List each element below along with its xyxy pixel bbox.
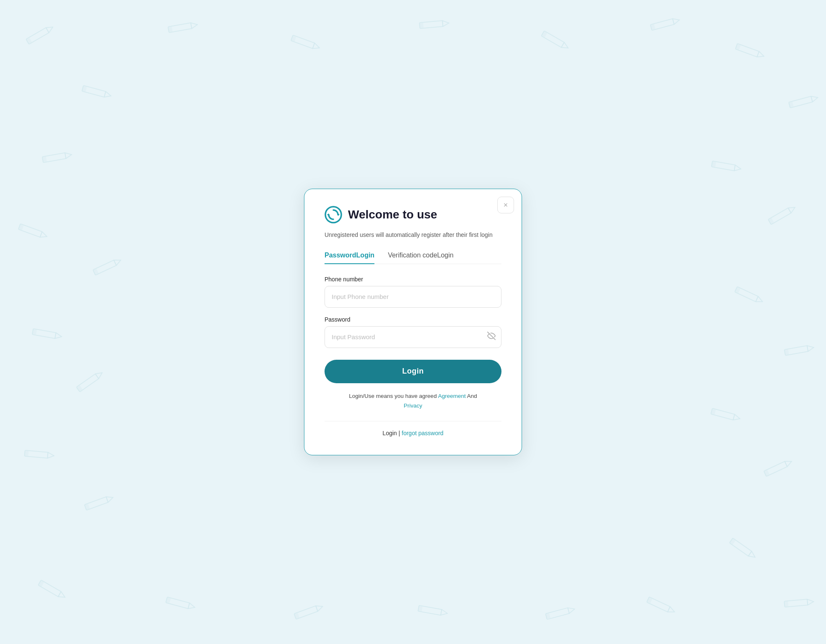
svg-rect-21 — [24, 450, 48, 458]
svg-marker-46 — [807, 345, 814, 351]
modal-subtitle: Unregistered users will automatically re… — [325, 230, 501, 239]
svg-rect-27 — [38, 580, 61, 597]
svg-marker-70 — [568, 606, 575, 613]
svg-rect-81 — [419, 21, 443, 29]
svg-rect-78 — [291, 35, 314, 49]
toggle-password-icon[interactable] — [487, 332, 496, 342]
svg-rect-47 — [784, 350, 789, 355]
svg-marker-67 — [441, 609, 448, 616]
forgot-password-link[interactable]: forgot password — [402, 430, 444, 436]
svg-rect-74 — [647, 597, 652, 602]
svg-rect-18 — [76, 374, 99, 392]
password-input[interactable] — [325, 326, 501, 348]
svg-rect-30 — [735, 44, 759, 57]
svg-marker-55 — [748, 551, 757, 560]
svg-marker-4 — [104, 91, 112, 99]
svg-rect-84 — [541, 31, 564, 47]
svg-rect-48 — [711, 408, 735, 420]
svg-rect-50 — [711, 409, 715, 414]
svg-rect-69 — [545, 608, 569, 620]
svg-marker-73 — [668, 607, 676, 615]
svg-marker-92 — [327, 213, 329, 216]
svg-marker-52 — [785, 459, 793, 467]
svg-marker-19 — [95, 370, 104, 379]
svg-marker-91 — [338, 213, 340, 216]
svg-rect-77 — [168, 27, 172, 32]
svg-marker-88 — [673, 17, 680, 24]
svg-rect-8 — [42, 157, 47, 162]
svg-marker-13 — [114, 257, 122, 265]
password-group: Password — [325, 316, 501, 348]
svg-rect-6 — [42, 153, 66, 162]
phone-input[interactable] — [325, 286, 501, 308]
svg-marker-37 — [734, 165, 741, 171]
svg-rect-65 — [294, 613, 299, 618]
svg-rect-54 — [730, 538, 752, 556]
password-input-wrapper — [325, 326, 501, 348]
svg-marker-16 — [55, 332, 62, 339]
svg-rect-60 — [166, 597, 190, 609]
footer-links: Login | forgot password — [325, 421, 501, 436]
svg-marker-61 — [188, 603, 195, 610]
svg-rect-29 — [39, 581, 44, 586]
svg-rect-32 — [736, 44, 740, 49]
svg-marker-82 — [442, 20, 449, 26]
login-tabs: PasswordLogin Verification codeLogin — [325, 252, 501, 264]
svg-rect-86 — [542, 31, 547, 37]
svg-rect-36 — [712, 161, 735, 171]
svg-rect-75 — [168, 23, 192, 32]
svg-rect-87 — [650, 19, 674, 31]
svg-rect-41 — [769, 218, 774, 224]
modal-overlay: × Welcome to use Unregistered users will… — [304, 189, 522, 455]
svg-rect-20 — [77, 386, 82, 391]
svg-marker-85 — [561, 42, 570, 51]
svg-rect-2 — [26, 38, 31, 44]
svg-rect-17 — [32, 330, 36, 334]
svg-marker-7 — [65, 152, 72, 158]
svg-marker-34 — [811, 95, 818, 102]
svg-rect-5 — [82, 86, 86, 91]
svg-rect-66 — [418, 605, 442, 615]
svg-rect-62 — [166, 598, 170, 603]
svg-marker-79 — [313, 43, 321, 51]
svg-rect-23 — [25, 451, 29, 456]
svg-rect-33 — [789, 96, 813, 108]
svg-marker-10 — [40, 232, 48, 239]
svg-rect-12 — [93, 260, 117, 275]
svg-rect-9 — [18, 224, 42, 237]
svg-marker-43 — [756, 296, 764, 304]
svg-rect-63 — [294, 606, 317, 619]
svg-marker-25 — [106, 495, 114, 502]
svg-rect-53 — [764, 470, 769, 475]
phone-number-group: Phone number — [325, 276, 501, 308]
svg-rect-0 — [26, 28, 49, 44]
svg-rect-11 — [19, 225, 23, 230]
svg-rect-68 — [418, 606, 422, 611]
privacy-link[interactable]: Privacy — [404, 402, 422, 409]
agreement-link[interactable]: Agreement — [438, 393, 466, 399]
svg-marker-76 — [191, 22, 198, 29]
login-modal: × Welcome to use Unregistered users will… — [304, 189, 522, 455]
login-button[interactable]: Login — [325, 360, 501, 383]
svg-marker-40 — [788, 205, 797, 213]
svg-rect-80 — [291, 36, 296, 41]
phone-label: Phone number — [325, 276, 501, 283]
svg-rect-83 — [420, 23, 423, 28]
svg-rect-38 — [712, 162, 716, 166]
svg-rect-35 — [789, 102, 793, 107]
svg-rect-56 — [730, 539, 735, 544]
modal-header: Welcome to use — [325, 206, 501, 223]
app-logo-icon — [325, 206, 342, 223]
svg-marker-31 — [757, 52, 765, 59]
svg-rect-14 — [94, 269, 98, 274]
tab-password-login[interactable]: PasswordLogin — [325, 252, 374, 264]
svg-rect-72 — [647, 597, 670, 612]
agreement-text: Login/Use means you have agreed Agreemen… — [325, 392, 501, 411]
svg-marker-58 — [807, 599, 814, 605]
svg-marker-64 — [316, 604, 324, 611]
close-button[interactable]: × — [497, 197, 514, 213]
svg-rect-3 — [82, 86, 106, 97]
svg-rect-45 — [784, 345, 808, 355]
tab-verification-login[interactable]: Verification codeLogin — [388, 252, 454, 264]
svg-rect-44 — [735, 287, 740, 292]
